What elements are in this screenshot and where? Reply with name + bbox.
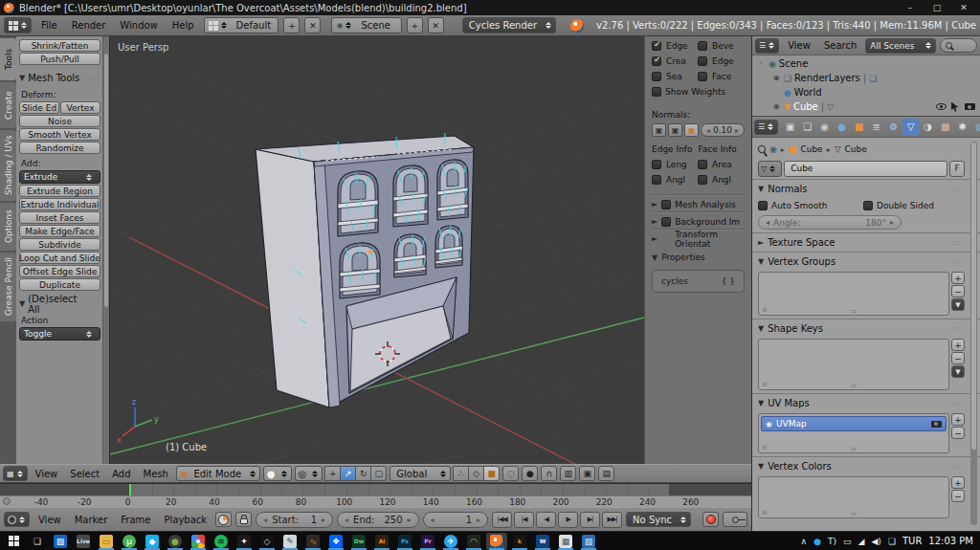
checkbox[interactable] (652, 41, 661, 51)
tool-button[interactable]: Make Edge/Face (19, 225, 100, 237)
utorrent-icon[interactable]: µ (119, 533, 140, 550)
tool-button[interactable]: Extrude Individual (19, 198, 100, 210)
timeline-menu-marker[interactable]: Marker (70, 515, 113, 525)
timeline-menu-frame[interactable]: Frame (116, 515, 155, 525)
telegram-icon[interactable]: ✈ (440, 533, 461, 550)
outliner-row-world[interactable]: ● World (754, 85, 978, 99)
maximize-button[interactable]: □ (924, 1, 949, 14)
selectability-icon[interactable] (951, 102, 960, 112)
task-view-icon[interactable]: ❏ (27, 533, 48, 550)
limit-visible-icon[interactable]: ◌ (502, 466, 519, 481)
vertex-color-remove-button[interactable]: − (951, 490, 965, 502)
shape-key-remove-button[interactable]: − (951, 352, 965, 364)
current-frame-field[interactable]: ◂1▸ (423, 512, 489, 528)
android-app-icon[interactable]: ◠ (463, 533, 484, 550)
world-tab[interactable]: ● (834, 119, 850, 136)
edge-select-icon[interactable]: ◇ (468, 466, 484, 481)
prev-keyframe-button[interactable]: |◀ (514, 512, 534, 528)
deselect-all-panel-header[interactable]: ▼(De)select All:::: (19, 297, 100, 311)
tray-expand-icon[interactable]: ∧ (801, 537, 808, 546)
checkbox[interactable] (652, 72, 661, 81)
krita-icon[interactable]: k (509, 533, 530, 550)
timeline-tick-strip[interactable]: -40-200204060801001201401601802002202402… (0, 495, 751, 507)
shelf-tab-grease-pencil[interactable]: Grease Pencil (0, 253, 16, 321)
tray-battery-icon[interactable]: ▭ (843, 537, 852, 546)
outliner-search-input[interactable] (940, 38, 977, 53)
uvmap-list-item[interactable]: ◉ UVMap (761, 416, 947, 431)
normals-size-field[interactable]: ◂0.10▸ (701, 123, 745, 137)
outliner-row-scene[interactable]: · ◉ Scene (754, 56, 978, 71)
uv-map-remove-button[interactable]: − (951, 427, 965, 439)
render-engine-selector[interactable]: Cycles Render (462, 17, 556, 33)
checkbox[interactable] (698, 160, 707, 169)
tool-button[interactable]: Noise (19, 115, 100, 127)
menu-window[interactable]: Window (115, 20, 162, 31)
normals-face-button[interactable]: ▣ (684, 123, 699, 137)
delete-layout-button[interactable]: ✕ (304, 17, 321, 33)
text-editor-icon[interactable]: ✎ (279, 533, 301, 550)
cycles-properties-box[interactable]: cycles{ } (652, 270, 745, 293)
render-layers-tab[interactable]: ❏ (799, 119, 815, 136)
panel-transform-orientations[interactable]: ► Transform Orientat (652, 230, 745, 247)
tool-button[interactable]: Extrude Region (19, 185, 100, 197)
slide-edge-button[interactable]: Slide Ed (19, 101, 59, 114)
language-indicator[interactable]: TUR (902, 536, 922, 546)
start-button[interactable] (2, 533, 25, 550)
checkbox[interactable] (698, 41, 707, 51)
end-frame-field[interactable]: ◂End:250▸ (337, 512, 419, 528)
data-tab[interactable]: ▽ (902, 119, 919, 136)
minimize-button[interactable]: – (898, 1, 923, 14)
shape-key-specials-button[interactable]: ▼ (951, 365, 965, 378)
manipulator-axes-icon[interactable]: + (324, 466, 341, 481)
panel-mesh-analysis[interactable]: ► Mesh Analysis (652, 195, 745, 212)
vertex-slide-button[interactable]: Vertex (60, 101, 100, 114)
material-tab[interactable]: ◑ (920, 119, 936, 136)
globe-app-icon[interactable]: ● (165, 533, 186, 550)
breadcrumb-object[interactable]: Cube (800, 144, 822, 154)
vertex-groups-list[interactable] (758, 272, 949, 316)
shape-keys-list[interactable] (758, 339, 949, 390)
extrude-dropdown[interactable]: Extrude (19, 170, 100, 184)
panel-vertex-groups-header[interactable]: ▼Vertex Groups:::: (758, 253, 965, 270)
timeline-menu-playback[interactable]: Playback (159, 515, 212, 525)
vertex-colors-list[interactable] (758, 476, 949, 518)
render-tab[interactable]: ▣ (782, 119, 798, 136)
premiere-icon[interactable]: Pr (417, 533, 438, 550)
view3d-menu-select[interactable]: Select (65, 469, 104, 479)
opengl-anim-icon[interactable]: ▤ (598, 466, 614, 481)
tool-button[interactable]: Push/Pull (19, 53, 100, 65)
fake-user-button[interactable]: F (949, 161, 965, 177)
tray-telegram-icon[interactable]: ● (813, 537, 821, 546)
blender-splash-icon[interactable] (570, 19, 584, 33)
timeline-editor-type-button[interactable] (4, 512, 30, 527)
outliner-scope-dropdown[interactable]: All Scenes (865, 38, 936, 54)
keying-set-button[interactable] (723, 512, 747, 527)
editor-type-button[interactable] (4, 17, 32, 33)
chrome-icon[interactable] (188, 533, 209, 550)
snap-magnet-icon[interactable]: ∩ (541, 466, 557, 481)
shelf-tab-tools[interactable]: Tools (0, 38, 16, 80)
properties-editor-type-button[interactable]: ☰ (754, 120, 778, 135)
vertex-select-icon[interactable]: ∴ (453, 466, 469, 481)
tool-button[interactable]: Randomize (19, 142, 100, 154)
expand-icon[interactable]: ⊕ (771, 102, 781, 111)
checkbox[interactable] (661, 217, 671, 227)
menu-file[interactable]: File (36, 20, 62, 31)
menu-render[interactable]: Render (67, 20, 111, 31)
menu-help[interactable]: Help (167, 20, 199, 31)
particles-tab[interactable]: ✱ (954, 119, 970, 136)
checkbox[interactable] (661, 200, 671, 209)
next-keyframe-button[interactable]: ▶| (580, 512, 600, 528)
shelf-tab-options[interactable]: Options (0, 203, 16, 251)
jump-end-button[interactable]: ▶▶| (602, 512, 622, 528)
angle-slider[interactable]: ◂Angle:180°▸ (758, 215, 902, 230)
expand-icon[interactable]: ⊕ (771, 74, 781, 82)
snap-element-icon[interactable]: ▥ (560, 466, 576, 481)
action-dropdown[interactable]: Toggle (19, 327, 100, 341)
spotify-icon[interactable]: ≋ (211, 533, 232, 550)
tool-shelf-scrollbar[interactable] (102, 36, 109, 464)
checkbox[interactable] (698, 175, 707, 185)
texture-tab[interactable]: ▩ (937, 119, 953, 136)
photoshop-icon[interactable]: Ps (394, 533, 415, 550)
outliner-menu-view[interactable]: View (783, 40, 815, 51)
